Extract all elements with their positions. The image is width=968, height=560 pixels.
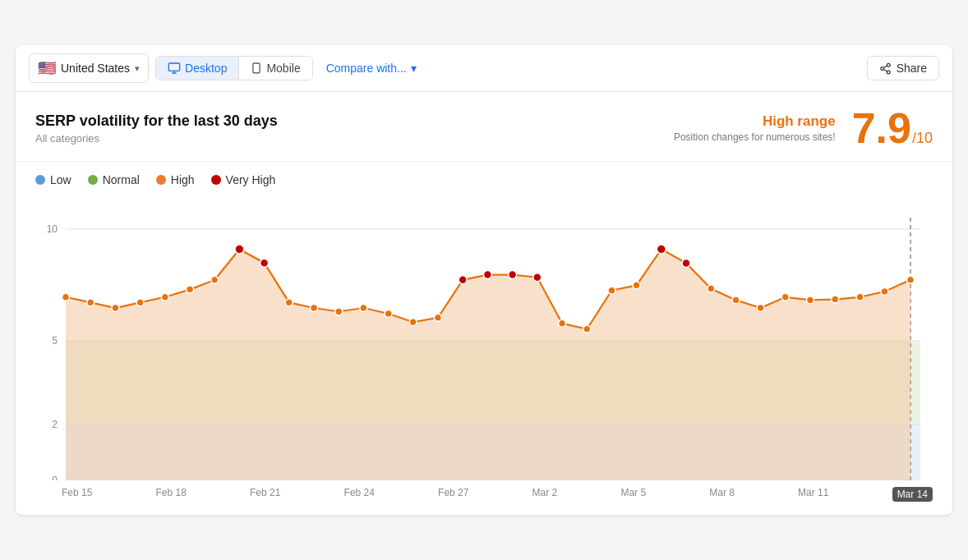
- data-point: [907, 276, 915, 283]
- x-label-feb15: Feb 15: [62, 487, 92, 502]
- x-label-mar5: Mar 5: [620, 487, 646, 502]
- data-point: [781, 293, 789, 301]
- desktop-label: Desktop: [185, 62, 227, 75]
- share-label: Share: [897, 62, 927, 75]
- device-group: Desktop Mobile: [155, 56, 313, 80]
- score-value: 7.9: [852, 107, 911, 149]
- country-selector[interactable]: 🇺🇸 United States ▾: [29, 53, 149, 83]
- data-point-very-high: [657, 245, 666, 254]
- data-point: [311, 305, 318, 312]
- x-label-mar11: Mar 11: [798, 487, 828, 502]
- header-section: SERP volatility for the last 30 days All…: [16, 92, 952, 162]
- x-label-feb24: Feb 24: [344, 487, 375, 502]
- data-point: [881, 288, 888, 296]
- x-label-feb18: Feb 18: [156, 487, 187, 502]
- toolbar: 🇺🇸 United States ▾ Desktop Mobile Compar…: [16, 45, 952, 92]
- x-axis-labels: Feb 15 Feb 18 Feb 21 Feb 24 Feb 27 Mar 2…: [29, 480, 933, 502]
- header-right: High range Position changes for numerous…: [674, 107, 933, 149]
- svg-rect-3: [253, 63, 260, 73]
- svg-line-8: [883, 69, 887, 71]
- data-point-very-high: [235, 245, 244, 254]
- compare-button[interactable]: Compare with... ▾: [326, 62, 417, 75]
- legend-label-very-high: Very High: [226, 173, 276, 186]
- x-label-mar8: Mar 8: [709, 487, 735, 502]
- x-label-feb27: Feb 27: [438, 487, 468, 502]
- legend-label-high: High: [171, 173, 195, 186]
- data-point: [211, 276, 219, 283]
- data-point: [161, 293, 168, 301]
- section-title: SERP volatility for the last 30 days: [35, 112, 278, 130]
- score-denominator: /10: [912, 131, 933, 145]
- data-point-very-high: [260, 259, 269, 267]
- x-label-mar2: Mar 2: [532, 487, 558, 502]
- data-point: [608, 287, 615, 294]
- country-label: United States: [61, 62, 130, 75]
- data-point: [112, 305, 119, 312]
- score-display: 7.9 /10: [852, 107, 933, 149]
- range-subtitle: Position changes for numerous sites!: [674, 131, 836, 143]
- data-point-very-high: [533, 273, 542, 282]
- range-label: High range Position changes for numerous…: [674, 113, 836, 143]
- y-label-0: 0: [52, 475, 58, 480]
- desktop-button[interactable]: Desktop: [156, 57, 238, 80]
- legend-item-very-high: Very High: [211, 173, 276, 186]
- data-point-very-high: [483, 271, 491, 279]
- data-point: [832, 296, 839, 303]
- legend-dot-low: [35, 175, 45, 185]
- share-icon: [879, 62, 892, 75]
- volatility-chart: 10 5 2 0: [29, 201, 933, 480]
- svg-rect-0: [168, 63, 179, 71]
- legend-dot-normal: [88, 175, 98, 185]
- data-point: [136, 299, 144, 306]
- svg-point-7: [887, 71, 890, 74]
- data-point: [187, 286, 194, 293]
- x-label-mar14: Mar 14: [892, 487, 933, 502]
- data-point: [807, 296, 814, 304]
- data-point: [856, 293, 864, 301]
- chart-container: 10 5 2 0: [29, 201, 933, 480]
- data-point: [633, 282, 640, 289]
- section-subtitle: All categories: [35, 132, 278, 145]
- desktop-icon: [168, 62, 181, 75]
- data-point-very-high: [682, 259, 690, 267]
- legend: Low Normal High Very High: [16, 162, 952, 198]
- legend-item-low: Low: [35, 173, 71, 186]
- data-point: [559, 319, 566, 327]
- legend-label-normal: Normal: [103, 173, 140, 186]
- data-point: [335, 308, 343, 315]
- compare-chevron-icon: ▾: [411, 62, 417, 75]
- header-left: SERP volatility for the last 30 days All…: [35, 112, 278, 145]
- main-card: 🇺🇸 United States ▾ Desktop Mobile Compar…: [16, 45, 952, 515]
- data-point: [583, 325, 591, 333]
- data-point: [435, 314, 442, 321]
- legend-item-normal: Normal: [88, 173, 140, 186]
- flag-icon: 🇺🇸: [38, 59, 56, 77]
- chevron-down-icon: ▾: [135, 63, 140, 74]
- data-point: [87, 299, 94, 306]
- data-point: [409, 319, 417, 326]
- mobile-button[interactable]: Mobile: [238, 57, 311, 80]
- data-point: [62, 293, 70, 301]
- legend-item-high: High: [156, 173, 195, 186]
- data-point: [732, 296, 740, 304]
- data-point: [708, 285, 715, 292]
- y-label-2: 2: [52, 419, 58, 430]
- y-label-10: 10: [47, 223, 58, 235]
- share-button[interactable]: Share: [867, 56, 939, 80]
- series-fill: [66, 250, 910, 481]
- mobile-icon: [251, 62, 262, 75]
- data-point-very-high: [459, 276, 467, 284]
- data-point: [757, 305, 764, 312]
- y-label-5: 5: [52, 335, 58, 347]
- svg-point-6: [881, 67, 884, 70]
- data-point: [385, 310, 392, 318]
- legend-dot-very-high: [211, 175, 221, 185]
- compare-label: Compare with...: [326, 62, 407, 75]
- range-title: High range: [674, 113, 836, 130]
- legend-dot-high: [156, 175, 166, 185]
- mobile-label: Mobile: [266, 62, 300, 75]
- x-label-feb21: Feb 21: [250, 487, 280, 502]
- svg-line-9: [883, 66, 887, 67]
- svg-point-5: [887, 63, 890, 67]
- chart-area: 10 5 2 0: [16, 198, 952, 515]
